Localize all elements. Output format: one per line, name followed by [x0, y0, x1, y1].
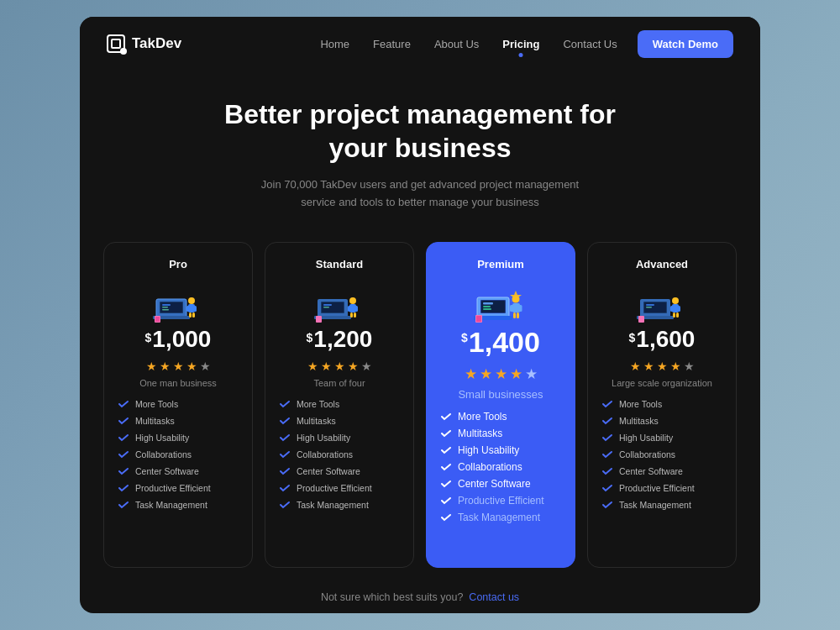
navbar: TakDev Home Feature About Us Pricing Con… — [80, 17, 760, 71]
premium-price: $ 1,400 — [461, 326, 540, 359]
list-item: Center Software — [440, 478, 561, 490]
footer-hint: Not sure which best suits you? Contact u… — [80, 581, 760, 613]
hero-section: Better project management for your busin… — [80, 71, 760, 228]
svg-rect-25 — [348, 306, 351, 312]
list-item: Task Management — [118, 499, 239, 511]
svg-rect-27 — [350, 312, 353, 318]
pro-price: $ 1,000 — [145, 326, 212, 353]
premium-stars: ★ ★ ★ ★ ★ — [465, 365, 538, 383]
svg-rect-11 — [186, 306, 190, 312]
pricing-card-premium: Premium — [426, 242, 575, 568]
pro-subtitle: One man business — [139, 378, 217, 388]
logo-text: TakDev — [132, 35, 181, 52]
list-item: High Usability — [279, 432, 400, 444]
list-item: Task Management — [440, 512, 561, 523]
list-item: Productive Efficient — [279, 482, 400, 494]
advanced-features: More Tools Multitasks High Usability Col… — [601, 398, 722, 511]
svg-rect-35 — [483, 306, 491, 307]
svg-rect-42 — [513, 312, 516, 318]
svg-rect-0 — [112, 39, 120, 48]
svg-rect-58 — [676, 312, 679, 318]
svg-rect-59 — [638, 316, 644, 323]
svg-rect-45 — [476, 316, 481, 322]
svg-rect-13 — [189, 312, 192, 318]
svg-point-9 — [188, 297, 195, 304]
list-item: Multitasks — [118, 415, 239, 427]
nav-feature[interactable]: Feature — [373, 38, 411, 50]
svg-rect-28 — [354, 312, 356, 318]
advanced-stars: ★ ★ ★ ★ ★ — [630, 360, 695, 373]
list-item: Productive Efficient — [440, 495, 561, 507]
list-item: Productive Efficient — [118, 482, 239, 494]
svg-rect-16 — [155, 317, 160, 322]
hero-subtitle: Join 70,000 TakDev users and get advance… — [244, 176, 596, 212]
list-item: Productive Efficient — [601, 482, 722, 494]
standard-stars: ★ ★ ★ ★ ★ — [307, 360, 372, 373]
list-item: More Tools — [440, 411, 561, 423]
list-item: Center Software — [279, 465, 400, 477]
svg-rect-14 — [192, 312, 195, 318]
svg-rect-51 — [646, 307, 652, 308]
svg-point-23 — [349, 297, 356, 304]
svg-point-53 — [672, 297, 679, 304]
nav-pricing[interactable]: Pricing — [502, 38, 539, 50]
watch-demo-button[interactable]: Watch Demo — [638, 30, 733, 58]
svg-rect-7 — [162, 309, 169, 311]
list-item: Center Software — [118, 465, 239, 477]
list-item: High Usability — [440, 444, 561, 456]
standard-title: Standard — [316, 258, 363, 270]
standard-illustration — [309, 279, 370, 326]
advanced-price: $ 1,600 — [629, 326, 696, 353]
list-item: High Usability — [601, 432, 722, 444]
svg-rect-21 — [323, 307, 329, 308]
svg-rect-20 — [323, 304, 332, 306]
list-item: More Tools — [279, 398, 400, 410]
svg-rect-26 — [354, 306, 358, 312]
list-item: Collaborations — [279, 449, 400, 460]
premium-illustration — [470, 279, 531, 326]
svg-rect-43 — [517, 312, 519, 318]
list-item: More Tools — [601, 398, 722, 410]
logo-icon — [107, 34, 125, 53]
svg-rect-57 — [673, 312, 675, 318]
pricing-cards: Pro — [103, 242, 737, 568]
contact-us-link[interactable]: Contact us — [469, 591, 519, 603]
advanced-subtitle: Large scale organization — [612, 378, 712, 388]
list-item: Collaborations — [440, 461, 561, 473]
svg-rect-41 — [518, 305, 522, 312]
pro-stars: ★ ★ ★ ★ ★ — [146, 360, 211, 373]
nav-home[interactable]: Home — [320, 38, 349, 50]
pro-title: Pro — [169, 258, 187, 270]
nav-about[interactable]: About Us — [434, 38, 479, 50]
advanced-title: Advanced — [636, 258, 688, 270]
pricing-card-standard: Standard — [265, 242, 414, 568]
pricing-card-pro: Pro — [103, 242, 253, 568]
list-item: Collaborations — [601, 449, 722, 460]
svg-rect-56 — [677, 306, 680, 312]
svg-rect-36 — [483, 308, 491, 310]
svg-rect-40 — [510, 305, 514, 312]
pricing-card-advanced: Advanced — [587, 242, 737, 568]
svg-rect-55 — [670, 306, 674, 312]
pricing-section: Pro — [80, 228, 760, 581]
premium-title: Premium — [477, 258, 524, 270]
standard-price: $ 1,200 — [307, 326, 373, 353]
list-item: Task Management — [279, 499, 400, 511]
list-item: Multitasks — [601, 415, 722, 427]
nav-contact[interactable]: Contact Us — [563, 38, 617, 50]
app-window: TakDev Home Feature About Us Pricing Con… — [80, 17, 760, 613]
premium-features: More Tools Multitasks High Usability Col… — [440, 411, 561, 523]
svg-rect-6 — [162, 307, 168, 308]
list-item: Multitasks — [440, 428, 561, 439]
list-item: More Tools — [118, 398, 239, 410]
advanced-illustration — [632, 279, 692, 326]
svg-rect-12 — [193, 306, 197, 312]
list-item: Collaborations — [118, 449, 239, 460]
standard-subtitle: Team of four — [313, 378, 365, 388]
list-item: Center Software — [601, 465, 722, 477]
list-item: Multitasks — [279, 415, 400, 427]
svg-rect-34 — [483, 302, 493, 305]
hero-title: Better project management for your busin… — [113, 97, 727, 165]
logo[interactable]: TakDev — [107, 34, 181, 53]
standard-features: More Tools Multitasks High Usability Col… — [279, 398, 400, 511]
